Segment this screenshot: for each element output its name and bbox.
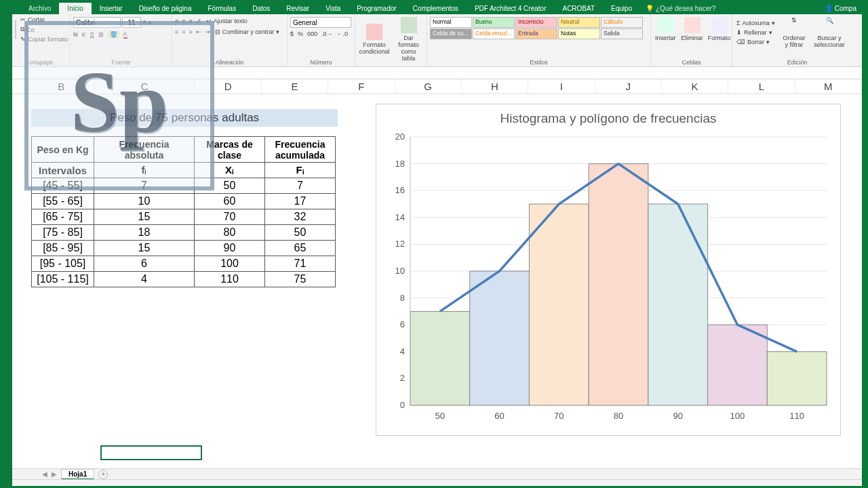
autosum[interactable]: Σ Autosuma ▾	[735, 19, 776, 27]
cell[interactable]: 15	[94, 241, 195, 256]
cell[interactable]: 75	[265, 272, 336, 287]
tab-nav-prev-icon[interactable]: ◀	[42, 470, 47, 478]
sheet-tab-1[interactable]: Hoja1	[61, 469, 94, 480]
table-row[interactable]: [105 - 115]411075	[32, 272, 336, 287]
style-c-lculo[interactable]: Cálculo	[601, 17, 643, 28]
tell-me[interactable]: 💡 ¿Qué desea hacer?	[646, 5, 715, 12]
col-F[interactable]: F	[328, 79, 395, 94]
tab-data[interactable]: Datos	[244, 3, 278, 14]
svg-text:70: 70	[554, 411, 564, 421]
cell[interactable]: [65 - 75]	[32, 209, 94, 225]
insert-cells[interactable]: Insertar	[654, 16, 677, 43]
format-as-table[interactable]: Dar formato como tabla	[393, 16, 424, 63]
chart-title: Histograma y polígono de frecuencias	[376, 104, 840, 130]
style-incorrecto[interactable]: Incorrecto	[515, 17, 557, 28]
col-I[interactable]: I	[528, 79, 595, 94]
cell[interactable]: 4	[94, 272, 195, 287]
format-cells[interactable]: Formato	[707, 16, 732, 43]
tab-developer[interactable]: Programador	[349, 3, 404, 14]
cell[interactable]: 32	[265, 209, 336, 225]
col-L[interactable]: L	[728, 79, 795, 94]
paste-icon[interactable]	[15, 20, 16, 39]
table-row[interactable]: [95 - 105]610071	[32, 256, 336, 272]
clear[interactable]: ⌫ Borrar ▾	[735, 38, 776, 46]
cell[interactable]: 15	[94, 209, 195, 225]
cell[interactable]: 100	[195, 256, 265, 272]
col-G[interactable]: G	[395, 79, 462, 94]
cell[interactable]: 18	[94, 225, 195, 241]
cell[interactable]: [85 - 95]	[32, 241, 94, 256]
tab-addins[interactable]: Complementos	[405, 3, 467, 14]
cell[interactable]: [105 - 115]	[32, 272, 94, 287]
cell[interactable]: 110	[195, 272, 265, 287]
tab-layout[interactable]: Diseño de página	[131, 3, 200, 14]
tab-team[interactable]: Equipo	[603, 3, 640, 14]
cond-format[interactable]: Formato condicional	[358, 22, 391, 56]
table-row[interactable]: [85 - 95]159065	[32, 241, 336, 256]
format-icon	[711, 17, 728, 33]
tab-view[interactable]: Vista	[317, 3, 349, 14]
cell[interactable]: 70	[195, 209, 265, 225]
currency-icon[interactable]: $	[290, 30, 294, 37]
tab-insert[interactable]: Insertar	[92, 3, 131, 14]
merge-center[interactable]: ⊟ Combinar y centrar ▾	[214, 28, 281, 36]
svg-rect-34	[767, 352, 827, 405]
cell[interactable]: 50	[265, 225, 336, 241]
table-row[interactable]: [65 - 75]157032	[32, 209, 336, 225]
tab-acrobat[interactable]: ACROBAT	[554, 3, 603, 14]
dec-dec-icon[interactable]: ←.0	[337, 30, 349, 37]
style-salida[interactable]: Salida	[601, 28, 643, 39]
svg-rect-30	[648, 204, 708, 405]
cell[interactable]: 7	[265, 178, 336, 194]
number-format[interactable]	[290, 17, 351, 28]
new-sheet-button[interactable]: +	[98, 470, 108, 479]
style-neutral[interactable]: Neutral	[558, 17, 600, 28]
sort-filter[interactable]: ⇅Ordenar y filtrar	[779, 16, 809, 49]
tab-formulas[interactable]: Fórmulas	[199, 3, 244, 14]
tab-review[interactable]: Revisar	[278, 3, 317, 14]
cell[interactable]: [75 - 85]	[32, 225, 94, 241]
tab-nav-next-icon[interactable]: ▶	[52, 470, 57, 478]
cell[interactable]: 60	[195, 194, 265, 209]
chart-plot: 024681012141618205060708090100110	[376, 130, 840, 431]
svg-text:14: 14	[395, 212, 405, 222]
col-E[interactable]: E	[262, 79, 328, 94]
dec-inc-icon[interactable]: .0→	[321, 30, 333, 37]
chart[interactable]: Histograma y polígono de frecuencias 024…	[376, 104, 841, 436]
table-row[interactable]: [75 - 85]188050	[32, 225, 336, 241]
sort-icon: ⇅	[786, 17, 802, 33]
svg-rect-32	[708, 325, 768, 405]
cell[interactable]: 90	[195, 241, 265, 256]
style-entrada[interactable]: Entrada	[515, 28, 557, 39]
style-notas[interactable]: Notas	[558, 28, 600, 39]
col-H[interactable]: H	[462, 79, 528, 94]
delete-cells[interactable]: Eliminar	[680, 16, 705, 43]
cell[interactable]: 17	[265, 194, 336, 209]
style-bueno[interactable]: Bueno	[473, 17, 515, 28]
style-normal[interactable]: Normal	[430, 17, 472, 28]
style-celda-vincul-[interactable]: Celda vincul...	[473, 28, 515, 39]
share-button[interactable]: 👤 Compa	[825, 5, 856, 12]
tab-pdf[interactable]: PDF Architect 4 Creator	[467, 3, 555, 14]
svg-text:20: 20	[395, 131, 405, 142]
cell[interactable]: 10	[94, 194, 195, 209]
cell[interactable]: [95 - 105]	[32, 256, 94, 272]
cell[interactable]: 65	[265, 241, 336, 256]
col-K[interactable]: K	[662, 79, 728, 94]
table-row[interactable]: [55 - 65]106017	[32, 194, 336, 209]
fill[interactable]: ⬇ Rellenar ▾	[735, 28, 776, 37]
active-cell[interactable]	[100, 445, 202, 460]
tab-file[interactable]: Archivo	[20, 3, 59, 14]
thousands-icon[interactable]: 000	[307, 30, 317, 37]
cell[interactable]: 71	[265, 256, 336, 272]
col-J[interactable]: J	[595, 79, 662, 94]
cell[interactable]: 80	[195, 225, 265, 241]
col-M[interactable]: M	[795, 79, 862, 94]
cell[interactable]: [55 - 65]	[32, 194, 94, 209]
tab-home[interactable]: Inicio	[59, 3, 91, 14]
style-celda-de-co-[interactable]: Celda de co...	[430, 28, 472, 39]
ribbon-tabs: Archivo Inicio Insertar Diseño de página…	[12, 2, 862, 14]
find-select[interactable]: 🔍Buscar y seleccionar	[812, 16, 847, 49]
percent-icon[interactable]: %	[298, 30, 303, 37]
cell[interactable]: 6	[94, 256, 195, 272]
